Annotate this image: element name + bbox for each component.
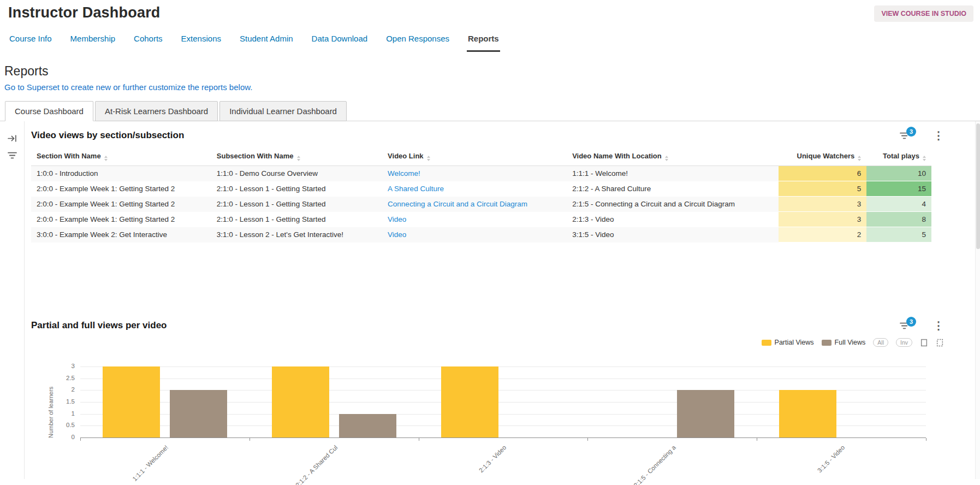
scrollbar-thumb[interactable] [976,123,980,249]
legend-select-all-button[interactable]: All [873,338,888,347]
gridline [80,378,926,379]
nav-item-membership[interactable]: Membership [69,34,117,52]
sort-icon[interactable] [665,156,668,161]
dashboard-tab-individual-learner-dashboard[interactable]: Individual Learner Dashboard [219,101,347,121]
filter-list-icon[interactable] [8,151,17,159]
cell-section: 2:0:0 - Example Week 1: Getting Started … [31,212,211,227]
legend-item-partial-views[interactable]: Partial Views [762,339,814,346]
legend-invert-button[interactable]: Inv [896,338,912,347]
video-table-head: Section With NameSubsection With NameVid… [31,147,931,166]
bar-partial-views[interactable] [103,366,160,437]
partial-views-swatch [762,340,771,346]
x-axis-label: 2:1:5 - Connecting a [632,444,677,485]
cell-subsection: 2:1:0 - Lesson 1 - Getting Started [211,212,382,227]
bar-full-views[interactable] [339,414,396,437]
sort-icon[interactable] [858,156,861,161]
video-views-table: Section With NameSubsection With NameVid… [31,147,931,242]
page-title: Instructor Dashboard [8,4,161,21]
box-select-icon[interactable] [920,339,928,347]
chart-plot: 00.511.522.531:1:1 - Welcome!2:1:2 - A S… [80,366,926,438]
y-tick-label: 0.5 [51,422,75,428]
table-row: 3:0:0 - Example Week 2: Get Interactive3… [31,227,931,242]
box-select-inverse-icon[interactable] [936,339,944,347]
cell-unique-watchers: 3 [779,212,867,227]
video-link[interactable]: Video [382,212,567,227]
table-filter-count-badge: 3 [906,127,916,137]
column-header-video-name-with-location[interactable]: Video Name With Location [567,147,779,166]
sort-icon[interactable] [427,156,430,161]
nav-item-data-download[interactable]: Data Download [311,34,369,52]
sort-icon[interactable] [297,156,300,161]
column-header-total-plays[interactable]: Total plays [866,147,931,166]
cell-subsection: 1:1:0 - Demo Course Overview [211,166,382,181]
cell-total-plays: 15 [866,181,931,197]
nav-item-reports[interactable]: Reports [467,34,500,52]
chart-card-actions: 3 ⋮ [900,322,971,330]
reports-heading: Reports [4,64,980,79]
course-nav: Course InfoMembershipCohortsExtensionsSt… [0,34,980,52]
x-axis-label: 3:1:5 - Video [816,444,846,474]
nav-item-extensions[interactable]: Extensions [180,34,222,52]
view-course-in-studio-button[interactable]: VIEW COURSE IN STUDIO [874,5,973,22]
bar-full-views[interactable] [677,390,734,437]
video-link[interactable]: A Shared Culture [382,181,567,197]
x-axis-tick [587,438,588,441]
nav-item-open-responses[interactable]: Open Responses [385,34,450,52]
cell-video-name: 2:1:2 - A Shared Culture [567,181,779,197]
dashboard-tab-course-dashboard[interactable]: Course Dashboard [5,101,93,121]
sort-icon[interactable] [104,156,108,161]
table-more-options-icon[interactable]: ⋮ [933,132,944,139]
column-header-video-link[interactable]: Video Link [382,147,567,166]
y-tick-label: 3 [51,363,75,369]
video-link[interactable]: Video [382,227,567,242]
chart-filter-icon[interactable]: 3 [900,322,909,330]
cell-unique-watchers: 5 [779,181,867,197]
cell-total-plays: 10 [866,166,931,181]
column-header-unique-watchers[interactable]: Unique Watchers [779,147,867,166]
legend-item-full-views[interactable]: Full Views [822,339,866,346]
instructor-dashboard-page: Instructor Dashboard VIEW COURSE IN STUD… [0,0,980,485]
cell-section: 1:0:0 - Introduction [31,166,211,181]
table-card-title: Video views by section/subsection [31,130,184,141]
bar-partial-views[interactable] [441,366,498,437]
bar-partial-views[interactable] [272,366,329,437]
table-row: 2:0:0 - Example Week 1: Getting Started … [31,181,931,197]
video-link[interactable]: Connecting a Circuit and a Circuit Diagr… [382,197,567,212]
nav-item-cohorts[interactable]: Cohorts [133,34,164,52]
video-table-body: 1:0:0 - Introduction1:1:0 - Demo Course … [31,166,931,242]
embedded-dashboard: Video views by section/subsection 3 ⋮ [0,121,980,479]
table-row: 1:0:0 - Introduction1:1:0 - Demo Course … [31,166,931,181]
expand-filter-bar-icon[interactable] [8,134,17,143]
column-header-section-with-name[interactable]: Section With Name [31,147,211,166]
bar-partial-views[interactable] [779,390,836,437]
cell-video-name: 2:1:3 - Video [567,212,779,227]
y-tick-label: 2.5 [51,375,75,381]
x-axis-tick [419,438,419,441]
reports-section: Reports Go to Superset to create new or … [0,64,980,92]
nav-item-course-info[interactable]: Course Info [8,34,53,52]
cell-section: 3:0:0 - Example Week 2: Get Interactive [31,227,211,242]
cell-section: 2:0:0 - Example Week 1: Getting Started … [31,181,211,197]
dashboard-scrollbar[interactable] [975,121,980,479]
gridline [80,366,926,367]
video-link[interactable]: Welcome! [382,166,567,181]
nav-item-student-admin[interactable]: Student Admin [239,34,294,52]
cell-subsection: 2:1:0 - Lesson 1 - Getting Started [211,181,382,197]
cell-total-plays: 5 [866,227,931,242]
y-tick-label: 1.5 [51,398,75,405]
superset-link[interactable]: Go to Superset to create new or further … [4,82,252,92]
video-views-table-card: Video views by section/subsection 3 ⋮ [25,121,980,242]
cell-unique-watchers: 2 [779,227,867,242]
x-axis-label: 1:1:1 - Welcome! [132,444,170,482]
cell-video-name: 1:1:1 - Welcome! [567,166,779,181]
column-header-subsection-with-name[interactable]: Subsection With Name [211,147,382,166]
chart-area: Number of learners 00.511.522.531:1:1 - … [31,354,971,485]
bar-full-views[interactable] [170,390,227,437]
cell-subsection: 3:1:0 - Lesson 2 - Let's Get Interactive… [211,227,382,242]
dashboard-tab-at-risk-learners-dashboard[interactable]: At-Risk Learners Dashboard [95,101,218,121]
table-filter-icon[interactable]: 3 [900,132,909,140]
table-row: 2:0:0 - Example Week 1: Getting Started … [31,197,931,212]
chart-more-options-icon[interactable]: ⋮ [933,322,944,329]
x-axis-tick [757,438,757,441]
sort-icon[interactable] [923,156,926,161]
